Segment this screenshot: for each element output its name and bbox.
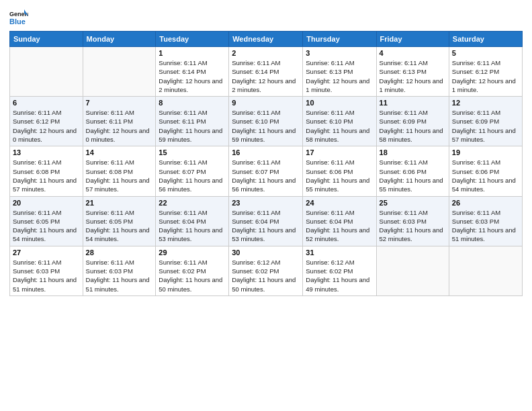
day-number: 4	[380, 49, 446, 57]
day-info: Sunrise: 6:11 AM Sunset: 6:06 PM Dayligh…	[306, 158, 373, 193]
calendar-cell: 7Sunrise: 6:11 AM Sunset: 6:11 PM Daylig…	[83, 97, 156, 146]
day-info: Sunrise: 6:11 AM Sunset: 6:13 PM Dayligh…	[306, 58, 373, 94]
weekday-header: Wednesday	[229, 32, 303, 47]
day-number: 20	[13, 199, 80, 207]
day-number: 23	[232, 199, 300, 207]
calendar-cell: 8Sunrise: 6:11 AM Sunset: 6:11 PM Daylig…	[156, 97, 229, 146]
calendar-cell	[449, 246, 522, 295]
day-info: Sunrise: 6:11 AM Sunset: 6:09 PM Dayligh…	[452, 108, 519, 144]
calendar-cell: 17Sunrise: 6:11 AM Sunset: 6:06 PM Dayli…	[303, 146, 376, 196]
day-number: 24	[306, 199, 373, 207]
calendar-cell	[83, 47, 156, 97]
day-number: 16	[232, 148, 300, 156]
weekday-header: Saturday	[449, 32, 522, 47]
day-number: 12	[452, 99, 519, 107]
calendar-cell: 28Sunrise: 6:11 AM Sunset: 6:03 PM Dayli…	[83, 246, 156, 295]
day-info: Sunrise: 6:11 AM Sunset: 6:03 PM Dayligh…	[380, 208, 446, 244]
day-number: 28	[86, 248, 153, 257]
day-info: Sunrise: 6:11 AM Sunset: 6:03 PM Dayligh…	[13, 258, 80, 293]
day-info: Sunrise: 6:11 AM Sunset: 6:07 PM Dayligh…	[232, 158, 300, 193]
calendar-cell: 14Sunrise: 6:11 AM Sunset: 6:08 PM Dayli…	[83, 146, 156, 196]
calendar-cell: 1Sunrise: 6:11 AM Sunset: 6:14 PM Daylig…	[156, 47, 229, 97]
logo: General Blue	[9, 7, 31, 26]
day-number: 31	[306, 248, 373, 257]
day-info: Sunrise: 6:11 AM Sunset: 6:05 PM Dayligh…	[86, 208, 153, 244]
day-info: Sunrise: 6:11 AM Sunset: 6:10 PM Dayligh…	[232, 108, 300, 144]
calendar-cell: 9Sunrise: 6:11 AM Sunset: 6:10 PM Daylig…	[229, 97, 303, 146]
day-info: Sunrise: 6:11 AM Sunset: 6:06 PM Dayligh…	[452, 158, 519, 193]
calendar-cell: 24Sunrise: 6:11 AM Sunset: 6:04 PM Dayli…	[303, 196, 376, 246]
day-number: 6	[13, 99, 80, 107]
calendar: SundayMondayTuesdayWednesdayThursdayFrid…	[9, 31, 523, 296]
day-info: Sunrise: 6:11 AM Sunset: 6:07 PM Dayligh…	[159, 158, 226, 193]
day-number: 21	[86, 199, 153, 207]
day-number: 27	[13, 248, 80, 257]
calendar-cell: 25Sunrise: 6:11 AM Sunset: 6:03 PM Dayli…	[376, 196, 449, 246]
weekday-header: Tuesday	[156, 32, 229, 47]
day-info: Sunrise: 6:11 AM Sunset: 6:14 PM Dayligh…	[159, 58, 226, 94]
calendar-cell	[376, 246, 449, 295]
day-info: Sunrise: 6:11 AM Sunset: 6:03 PM Dayligh…	[86, 258, 153, 293]
calendar-cell: 31Sunrise: 6:12 AM Sunset: 6:02 PM Dayli…	[303, 246, 376, 295]
calendar-cell: 11Sunrise: 6:11 AM Sunset: 6:09 PM Dayli…	[376, 97, 449, 146]
day-info: Sunrise: 6:11 AM Sunset: 6:04 PM Dayligh…	[159, 208, 226, 244]
day-number: 9	[232, 99, 300, 107]
day-number: 17	[306, 148, 373, 156]
day-number: 11	[380, 99, 446, 107]
calendar-cell: 6Sunrise: 6:11 AM Sunset: 6:12 PM Daylig…	[10, 97, 83, 146]
weekday-header: Friday	[376, 32, 449, 47]
calendar-cell: 12Sunrise: 6:11 AM Sunset: 6:09 PM Dayli…	[449, 97, 522, 146]
day-info: Sunrise: 6:12 AM Sunset: 6:02 PM Dayligh…	[232, 258, 300, 293]
calendar-cell: 15Sunrise: 6:11 AM Sunset: 6:07 PM Dayli…	[156, 146, 229, 196]
calendar-cell: 29Sunrise: 6:11 AM Sunset: 6:02 PM Dayli…	[156, 246, 229, 295]
day-number: 25	[380, 199, 446, 207]
calendar-cell	[10, 47, 83, 97]
day-number: 7	[86, 99, 153, 107]
day-number: 3	[306, 49, 373, 57]
day-info: Sunrise: 6:11 AM Sunset: 6:04 PM Dayligh…	[232, 208, 300, 244]
day-number: 22	[159, 199, 226, 207]
calendar-cell: 30Sunrise: 6:12 AM Sunset: 6:02 PM Dayli…	[229, 246, 303, 295]
svg-text:Blue: Blue	[9, 17, 26, 26]
day-info: Sunrise: 6:11 AM Sunset: 6:08 PM Dayligh…	[86, 158, 153, 193]
day-info: Sunrise: 6:11 AM Sunset: 6:05 PM Dayligh…	[13, 208, 80, 244]
calendar-cell: 20Sunrise: 6:11 AM Sunset: 6:05 PM Dayli…	[10, 196, 83, 246]
calendar-cell: 4Sunrise: 6:11 AM Sunset: 6:13 PM Daylig…	[376, 47, 449, 97]
day-info: Sunrise: 6:11 AM Sunset: 6:14 PM Dayligh…	[232, 58, 300, 94]
calendar-cell: 5Sunrise: 6:11 AM Sunset: 6:12 PM Daylig…	[449, 47, 522, 97]
day-number: 18	[380, 148, 446, 156]
day-number: 1	[159, 49, 226, 57]
weekday-header: Thursday	[303, 32, 376, 47]
logo-icon: General Blue	[9, 7, 28, 26]
weekday-header: Sunday	[10, 32, 83, 47]
calendar-cell: 23Sunrise: 6:11 AM Sunset: 6:04 PM Dayli…	[229, 196, 303, 246]
calendar-cell: 3Sunrise: 6:11 AM Sunset: 6:13 PM Daylig…	[303, 47, 376, 97]
day-number: 8	[159, 99, 226, 107]
calendar-cell: 22Sunrise: 6:11 AM Sunset: 6:04 PM Dayli…	[156, 196, 229, 246]
day-info: Sunrise: 6:11 AM Sunset: 6:12 PM Dayligh…	[452, 58, 519, 94]
calendar-cell: 21Sunrise: 6:11 AM Sunset: 6:05 PM Dayli…	[83, 196, 156, 246]
calendar-cell: 26Sunrise: 6:11 AM Sunset: 6:03 PM Dayli…	[449, 196, 522, 246]
day-number: 29	[159, 248, 226, 257]
calendar-cell: 13Sunrise: 6:11 AM Sunset: 6:08 PM Dayli…	[10, 146, 83, 196]
day-number: 19	[452, 148, 519, 156]
day-number: 10	[306, 99, 373, 107]
calendar-cell: 19Sunrise: 6:11 AM Sunset: 6:06 PM Dayli…	[449, 146, 522, 196]
day-number: 15	[159, 148, 226, 156]
day-info: Sunrise: 6:11 AM Sunset: 6:11 PM Dayligh…	[159, 108, 226, 144]
weekday-header: Monday	[83, 32, 156, 47]
day-info: Sunrise: 6:11 AM Sunset: 6:11 PM Dayligh…	[86, 108, 153, 144]
calendar-cell: 27Sunrise: 6:11 AM Sunset: 6:03 PM Dayli…	[10, 246, 83, 295]
day-info: Sunrise: 6:11 AM Sunset: 6:10 PM Dayligh…	[306, 108, 373, 144]
day-info: Sunrise: 6:11 AM Sunset: 6:13 PM Dayligh…	[380, 58, 446, 94]
calendar-header-row: SundayMondayTuesdayWednesdayThursdayFrid…	[10, 32, 523, 47]
day-info: Sunrise: 6:11 AM Sunset: 6:03 PM Dayligh…	[452, 208, 519, 244]
day-info: Sunrise: 6:11 AM Sunset: 6:02 PM Dayligh…	[159, 258, 226, 293]
day-number: 14	[86, 148, 153, 156]
day-info: Sunrise: 6:11 AM Sunset: 6:09 PM Dayligh…	[380, 108, 446, 144]
calendar-cell: 10Sunrise: 6:11 AM Sunset: 6:10 PM Dayli…	[303, 97, 376, 146]
day-number: 5	[452, 49, 519, 57]
day-info: Sunrise: 6:11 AM Sunset: 6:04 PM Dayligh…	[306, 208, 373, 244]
day-info: Sunrise: 6:12 AM Sunset: 6:02 PM Dayligh…	[306, 258, 373, 293]
day-number: 13	[13, 148, 80, 156]
